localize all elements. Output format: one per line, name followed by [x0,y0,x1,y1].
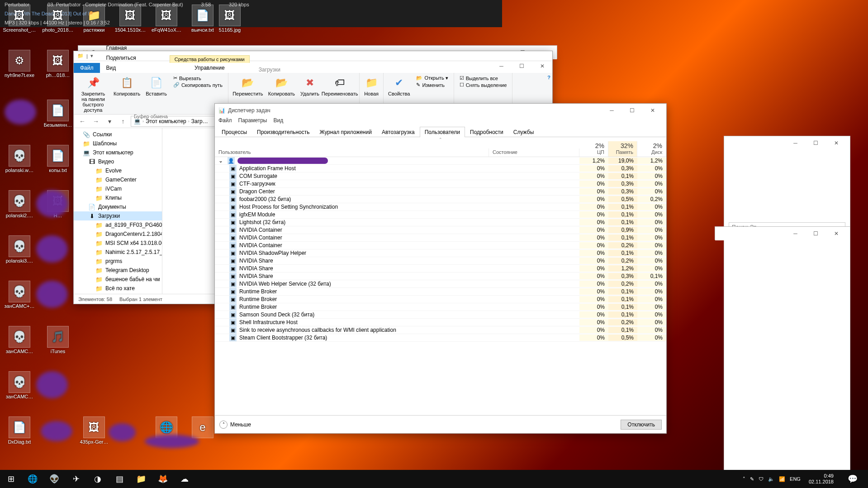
nav-item[interactable]: 🎞Видео [74,157,162,166]
desktop-icon[interactable]: 🎵iTunes [41,326,75,354]
copy-button[interactable]: 📋Копировать [113,75,141,114]
fewer-details-button[interactable]: ˄Меньше [219,421,251,429]
process-row[interactable]: ▣foobar2000 (32 бита)0%0,5%0,2% [215,196,666,203]
desktop-icon[interactable]: 🖼51165.jpg [213,5,247,33]
tab[interactable]: Журнал приложений [315,127,377,137]
qat-dropdown-icon[interactable]: ▾ [90,53,93,59]
process-row[interactable]: ▣NVIDIA ShadowPlay Helper0%0,1%0% [215,249,666,257]
maximize-button[interactable]: ☐ [806,227,826,240]
tab[interactable]: Пользователи [420,127,465,137]
desktop-icon[interactable]: 📄Безымянн… [41,100,75,128]
delete-button[interactable]: ✖Удалить [299,75,320,97]
menu-item[interactable]: Файл [218,117,232,126]
taskbar-app[interactable]: ▤ [109,470,130,488]
up-button[interactable]: ↑ [117,115,129,127]
desktop-icon[interactable]: ⚙nyh9ne7t.exe [2,50,37,78]
process-row[interactable]: ▣NVIDIA Share0%0,2%0% [215,257,666,265]
nav-item[interactable]: 📁Telegram Desktop [74,266,162,275]
nav-item[interactable]: 📄Документы [74,202,162,211]
rename-button[interactable]: 🏷Переименовать [324,75,356,97]
menu-item[interactable]: Вид [273,117,283,126]
minimize-button[interactable]: ─ [785,227,806,240]
ribbon-tab[interactable]: Главная [100,43,142,53]
crumb-downloads[interactable]: Загр… [191,118,208,124]
clock[interactable]: 0:49 02.11.2018 [805,473,837,485]
manage-tab[interactable]: Управление [188,63,231,73]
taskbar-app[interactable]: 👽 [43,470,65,488]
taskbar-app[interactable]: ◑ [87,470,109,488]
col-memory[interactable]: 32%Память [608,141,637,157]
open-button[interactable]: 📂Открыть ▾ [414,75,450,81]
move-to-button[interactable]: 📂Переместить [232,75,264,97]
desktop-icon[interactable]: 🖼1504.1510x… [113,5,147,33]
taskbar-app[interactable]: ☁ [174,470,195,488]
expand-icon[interactable]: ⌄ [218,158,225,164]
nav-item[interactable]: 📁Всё по хате [74,284,162,293]
help-icon[interactable]: ? [547,75,550,80]
copy-to-button[interactable]: 📂Копировать [267,75,296,97]
process-row[interactable]: ▣Lightshot (32 бита)0%0,1%0% [215,219,666,226]
process-row[interactable]: ▣igfxEM Module0%0,1%0% [215,211,666,219]
select-none-button[interactable]: ☐Снять выделение [458,81,509,88]
tray-icon[interactable]: ˄ [743,476,745,482]
ribbon-tab[interactable]: Поделиться [100,53,142,63]
process-row[interactable]: ▣NVIDIA Share0%1,2%0% [215,265,666,273]
nav-item[interactable]: 📁DragonCenterv1.2.1804.1201_1.… [74,230,162,239]
maximize-button[interactable]: ☐ [622,104,642,117]
process-row[interactable]: ▣NVIDIA Container0%0,2%0% [215,242,666,249]
col-user[interactable]: Пользователь [215,148,489,157]
desktop-icon[interactable]: 🖼photo_2018… [41,5,75,33]
start-button[interactable]: ⊞ [0,470,22,488]
back-button[interactable]: ← [76,115,88,127]
tab[interactable]: Подробности [465,127,508,137]
process-row[interactable]: ▣Shell Infrastructure Host0%0,2%0% [215,319,666,326]
taskbar-app[interactable]: 📁 [130,470,152,488]
nav-item[interactable]: 💻Этот компьютер [74,148,162,157]
nav-item[interactable]: 📁Evolve [74,166,162,175]
process-row[interactable]: ▣CTF-загрузчик0%0,3%0% [215,180,666,188]
col-disk[interactable]: 2%Диск [637,141,666,157]
ribbon-tab[interactable]: Вид [100,63,142,73]
desktop-icon[interactable]: 📄DxDiag.txt [2,416,37,445]
edit-button[interactable]: ✎Изменить [414,81,450,88]
copy-path-button[interactable]: 🔗Скопировать путь [171,81,224,88]
forward-button[interactable]: → [90,115,102,127]
maximize-button[interactable]: ☐ [806,136,826,150]
nav-item[interactable]: 📁бешеное бабьё на чм [74,275,162,284]
desktop-icon[interactable]: 🖼Screenshot_… [2,5,37,33]
menu-item[interactable]: Параметры [238,117,267,126]
desktop-icon[interactable]: 💀polanski.w… [2,145,37,173]
tray-icon[interactable]: 📶 [779,476,785,482]
nav-item[interactable]: 📁ad_8199_FF03_PG460_Win10_TH [74,220,162,230]
process-row[interactable]: ▣Samson Sound Deck (32 бита)0%0,1%0% [215,311,666,319]
process-row[interactable]: ▣Host Process for Setting Synchronizatio… [215,203,666,211]
process-row[interactable]: ▣COM Surrogate0%0,1%0% [215,172,666,180]
process-row[interactable]: ▣Dragon Center0%0,3%0% [215,188,666,196]
tab[interactable]: Процессы [217,127,252,137]
process-row[interactable]: ▣Runtime Broker0%0,1%0% [215,296,666,303]
crumb-this-pc[interactable]: Этот компьютер [146,118,186,124]
close-button[interactable]: ✕ [642,104,663,117]
notifications-button[interactable]: 💬 [842,470,863,488]
minimize-button[interactable]: ─ [602,104,622,117]
minimize-button[interactable]: ─ [785,136,806,150]
new-folder-button[interactable]: 📁Новая [363,75,379,97]
process-row[interactable]: ▣Runtime Broker0%0,1%0% [215,303,666,311]
tray-icon[interactable]: ✎ [750,476,754,482]
file-tab[interactable]: Файл [74,63,100,73]
col-status[interactable]: Состояние [489,148,579,157]
close-button[interactable]: ✕ [532,59,552,73]
taskbar-app[interactable]: ✈ [65,470,87,488]
process-row[interactable]: ▣Steam Client Bootstrapper (32 бита)0%0,… [215,334,666,342]
user-row[interactable]: ⌄👤1,2%19,0%1,2% [215,157,666,165]
pin-button[interactable]: 📌Закрепить на панели быстрого доступа [77,75,109,114]
desktop-icon[interactable]: 🖼eFqW41oX… [149,5,184,33]
select-all-button[interactable]: ☑Выделить все [458,75,509,81]
desktop-icon[interactable]: 🖼ph…018… [41,50,75,78]
col-cpu[interactable]: 2%ЦП [579,141,608,157]
process-row[interactable]: ▣Sink to receive asynchronous callbacks … [215,326,666,334]
desktop-icon[interactable]: 💀polanski2.… [2,190,37,218]
process-row[interactable]: ▣NVIDIA Container0%0,9%0% [215,226,666,234]
close-button[interactable]: ✕ [826,227,846,240]
close-button[interactable]: ✕ [826,136,846,150]
